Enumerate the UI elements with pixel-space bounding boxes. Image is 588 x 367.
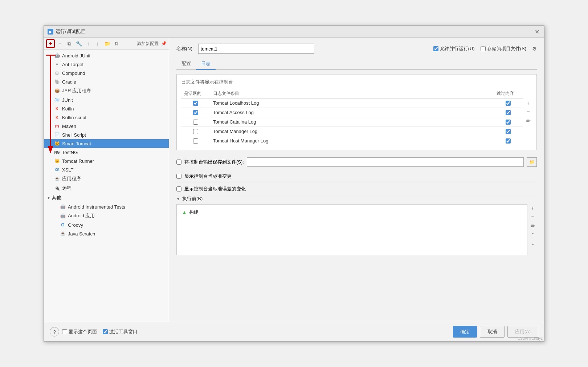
console-output-input[interactable]	[247, 157, 524, 167]
row1-active-checkbox[interactable]	[193, 101, 198, 106]
edit-defaults-button[interactable]: 🔧	[74, 39, 83, 48]
settings-gear-button[interactable]: ⚙	[532, 46, 537, 52]
row5-skip-cell	[494, 136, 523, 146]
table-row: Tomcat Catalina Log	[181, 117, 523, 127]
close-button[interactable]: ✕	[533, 28, 540, 35]
sidebar-item-smart-tomcat[interactable]: 🐱 Smart Tomcat	[44, 139, 169, 148]
sidebar-item-android-app[interactable]: 🤖 Android 应用	[44, 211, 169, 221]
log-add-button[interactable]: +	[524, 99, 532, 107]
show-standard-checkbox[interactable]	[176, 174, 181, 179]
sidebar-item-kotlin[interactable]: K Kotlin	[44, 104, 169, 113]
tab-config[interactable]: 配置	[176, 58, 196, 70]
name-label: 名称(N):	[176, 45, 194, 52]
ok-button[interactable]: 确定	[453, 326, 477, 338]
row2-skip-checkbox[interactable]	[506, 110, 511, 115]
sort-button[interactable]: ⇅	[112, 39, 121, 48]
sidebar-item-jar[interactable]: 📦 JAR 应用程序	[44, 86, 169, 96]
row3-name-cell: Tomcat Catalina Log	[210, 117, 494, 127]
sidebar-label-compound: Compound	[62, 70, 85, 76]
sidebar-item-gradle[interactable]: 🐘 Gradle	[44, 77, 169, 86]
allow-parallel-checkbox[interactable]	[433, 46, 438, 51]
help-button[interactable]: ?	[50, 327, 59, 336]
row1-skip-cell	[494, 98, 523, 108]
sidebar-item-remote[interactable]: 🔌 远程	[44, 184, 169, 193]
show-standard-label: 显示控制台当标准变更	[184, 173, 232, 180]
apply-button[interactable]: 应用(A)	[507, 326, 538, 338]
move-down-button[interactable]: ↓	[93, 39, 102, 48]
activate-tool-label: 激活工具窗口	[109, 328, 138, 335]
cancel-button[interactable]: 取消	[480, 326, 505, 338]
tab-log[interactable]: 日志	[196, 58, 216, 70]
row3-active-checkbox[interactable]	[193, 120, 198, 125]
other-section-header[interactable]: ▼ 其他	[44, 193, 169, 202]
before-add-button[interactable]: +	[529, 204, 537, 212]
row2-active-cell	[181, 108, 210, 117]
left-toolbar: + − ⧉ 🔧 ↑ ↓ 📁 ⇅ 添加新配置 📌	[44, 38, 169, 50]
bottom-bar: ? 显示这个页面 激活工具窗口 确定 取消 应用(A)	[44, 322, 544, 341]
sidebar-item-java-scratch[interactable]: ☕ Java Scratch	[44, 229, 169, 238]
row5-skip-checkbox[interactable]	[506, 138, 511, 144]
before-remove-button[interactable]: −	[529, 213, 537, 221]
sidebar-item-compound[interactable]: ⊞ Compound	[44, 69, 169, 77]
row1-name-cell: Tomcat Localhost Log	[210, 98, 494, 108]
activate-tool-checkbox[interactable]	[103, 329, 108, 334]
log-table: 是活跃的 日志文件条目 跳过内容 Tomcat Localhost Log	[181, 89, 523, 145]
before-section: ▼ 执行前(B) ▲ 构建 + − ✏ ↑ ↓	[176, 195, 537, 255]
show-stderr-row: 显示控制台当标准误差的变化	[176, 183, 537, 195]
before-up-button[interactable]: ↑	[529, 230, 537, 238]
row1-skip-checkbox[interactable]	[506, 101, 511, 106]
build-item[interactable]: ▲ 构建	[180, 207, 524, 217]
sidebar-label-maven: Maven	[62, 124, 76, 129]
row5-active-checkbox[interactable]	[193, 138, 198, 144]
gradle-icon: 🐘	[54, 79, 60, 85]
table-row: Tomcat Access Log	[181, 108, 523, 117]
sidebar-item-maven[interactable]: m Maven	[44, 122, 169, 130]
sidebar-item-junit[interactable]: JU JUnit	[44, 96, 169, 104]
remove-config-button[interactable]: −	[56, 39, 64, 48]
folder-button[interactable]: 📁	[103, 39, 111, 48]
sidebar-item-kotlin-script[interactable]: K Kotlin script	[44, 113, 169, 122]
top-options: 允许并行运行(U) 存储为项目文件(S) ⚙	[433, 45, 537, 52]
before-wrapper: ▲ 构建 + − ✏ ↑ ↓	[176, 204, 537, 255]
sidebar-label-ant-target: Ant Target	[62, 62, 83, 67]
dialog-title: 运行/调试配置	[56, 28, 85, 35]
sidebar-label-remote: 远程	[62, 185, 72, 191]
sidebar-item-shell[interactable]: 📄 Shell Script	[44, 130, 169, 139]
row4-skip-checkbox[interactable]	[506, 129, 511, 134]
name-input[interactable]	[198, 44, 314, 54]
row4-active-checkbox[interactable]	[193, 129, 198, 134]
allow-parallel-label: 允许并行运行(U)	[440, 45, 475, 52]
sidebar-item-ant-target[interactable]: ✦ Ant Target	[44, 60, 169, 69]
sidebar-item-tomcat-runner[interactable]: 🐱 Tomcat Runner	[44, 157, 169, 165]
store-project-checkbox[interactable]	[481, 46, 486, 51]
log-edit-button[interactable]: ✏	[524, 117, 532, 125]
log-table-wrapper: 是活跃的 日志文件条目 跳过内容 Tomcat Localhost Log	[181, 89, 532, 145]
sidebar-label-kotlin: Kotlin	[62, 106, 74, 112]
sidebar-item-groovy[interactable]: G Groovy	[44, 221, 169, 229]
sidebar-item-android-junit[interactable]: 🤖 Android JUnit	[44, 51, 169, 60]
show-stderr-checkbox[interactable]	[176, 186, 181, 191]
before-down-button[interactable]: ↓	[529, 239, 537, 247]
row4-skip-cell	[494, 127, 523, 136]
show-page-checkbox[interactable]	[62, 329, 67, 334]
bottom-buttons: 确定 取消 应用(A)	[453, 326, 538, 338]
copy-config-button[interactable]: ⧉	[65, 39, 74, 48]
add-new-config-label: 添加新配置	[137, 41, 159, 46]
row2-active-checkbox[interactable]	[193, 110, 198, 115]
row5-active-cell	[181, 136, 210, 146]
row4-name-cell: Tomcat Manager Log	[210, 127, 494, 136]
console-browse-button[interactable]: 📁	[527, 157, 537, 167]
move-up-button[interactable]: ↑	[84, 39, 93, 48]
sidebar-item-testng[interactable]: NG TestNG	[44, 148, 169, 157]
console-output-checkbox[interactable]	[176, 160, 181, 165]
sidebar-label-smart-tomcat: Smart Tomcat	[62, 141, 91, 146]
sidebar-item-android-instrumented[interactable]: 🤖 Android Instrumented Tests	[44, 202, 169, 211]
add-config-button[interactable]: +	[46, 39, 55, 48]
sidebar-item-xslt[interactable]: XS XSLT	[44, 165, 169, 174]
sidebar-item-app[interactable]: ☕ 应用程序	[44, 174, 169, 184]
row3-skip-checkbox[interactable]	[506, 120, 511, 125]
before-section-header[interactable]: ▼ 执行前(B)	[176, 195, 537, 202]
log-remove-button[interactable]: −	[524, 108, 532, 116]
pin-icon: 📌	[161, 41, 167, 46]
before-edit-button[interactable]: ✏	[529, 222, 537, 230]
